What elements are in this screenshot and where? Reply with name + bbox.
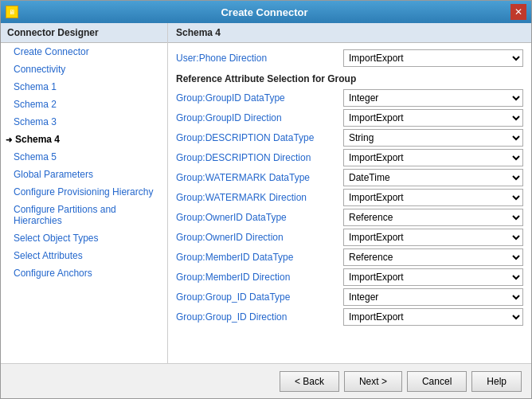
sidebar-item-configure-provisioning[interactable]: Configure Provisioning Hierarchy: [1, 183, 167, 201]
attr-select-11[interactable]: ImportExport: [343, 308, 523, 326]
sidebar-item-schema-4[interactable]: ➜ Schema 4: [1, 131, 167, 148]
attr-select-6[interactable]: Reference: [343, 209, 523, 226]
sidebar-item-global-parameters[interactable]: Global Parameters: [1, 166, 167, 183]
attr-select-8[interactable]: Reference: [343, 248, 523, 266]
top-attribute-row: User:Phone Direction ImportExport: [176, 49, 523, 67]
attr-label-0: Group:GroupID DataType: [176, 92, 343, 104]
attr-label-9: Group:MemberID Direction: [176, 272, 343, 283]
attr-row-8: Group:MemberID DataType Reference: [176, 248, 523, 266]
sidebar: Connector Designer Create Connector Conn…: [1, 23, 168, 363]
content-header: Schema 4: [168, 23, 531, 43]
window-title: Create Connector: [18, 6, 510, 18]
help-button[interactable]: Help: [471, 371, 522, 392]
attr-select-3[interactable]: ImportExport: [343, 149, 523, 166]
attr-label-7: Group:OwnerID Direction: [176, 232, 343, 243]
next-button[interactable]: Next >: [344, 371, 402, 392]
sidebar-item-schema-3[interactable]: Schema 3: [1, 113, 167, 131]
attr-label-5: Group:WATERMARK Direction: [176, 192, 343, 203]
attr-label-8: Group:MemberID DataType: [176, 252, 343, 263]
attr-select-5[interactable]: ImportExport: [343, 189, 523, 206]
sidebar-item-schema-5[interactable]: Schema 5: [1, 148, 167, 166]
sidebar-item-connectivity[interactable]: Connectivity: [1, 61, 167, 78]
content-body: User:Phone Direction ImportExport Refere…: [168, 43, 531, 363]
attr-label-1: Group:GroupID Direction: [176, 112, 343, 123]
sidebar-item-configure-anchors[interactable]: Configure Anchors: [1, 264, 167, 282]
main-window: 🖥 Create Connector ✕ Connector Designer …: [0, 0, 532, 399]
attr-select-10[interactable]: Integer: [343, 288, 523, 306]
sidebar-item-schema-2[interactable]: Schema 2: [1, 96, 167, 113]
attr-row-1: Group:GroupID Direction ImportExport: [176, 109, 523, 127]
attr-select-1[interactable]: ImportExport: [343, 109, 523, 127]
attr-row-3: Group:DESCRIPTION Direction ImportExport: [176, 149, 523, 166]
attr-label-2: Group:DESCRIPTION DataType: [176, 132, 343, 143]
attr-row-4: Group:WATERMARK DataType DateTime: [176, 169, 523, 186]
back-button[interactable]: < Back: [280, 371, 339, 392]
attr-select-9[interactable]: ImportExport: [343, 268, 523, 286]
attr-row-5: Group:WATERMARK Direction ImportExport: [176, 189, 523, 206]
attr-select-7[interactable]: ImportExport: [343, 229, 523, 246]
top-attribute-label: User:Phone Direction: [176, 53, 343, 64]
footer: < Back Next > Cancel Help: [1, 363, 531, 398]
attr-row-7: Group:OwnerID Direction ImportExport: [176, 229, 523, 246]
attr-label-10: Group:Group_ID DataType: [176, 291, 343, 303]
attr-row-9: Group:MemberID Direction ImportExport: [176, 268, 523, 286]
attr-select-4[interactable]: DateTime: [343, 169, 523, 186]
cancel-button[interactable]: Cancel: [407, 371, 467, 392]
sidebar-header: Connector Designer: [1, 23, 167, 43]
window-icon: 🖥: [6, 6, 18, 18]
attr-label-6: Group:OwnerID DataType: [176, 212, 343, 223]
attr-select-0[interactable]: Integer: [343, 89, 523, 107]
sidebar-item-schema-1[interactable]: Schema 1: [1, 78, 167, 96]
sidebar-item-select-object-types[interactable]: Select Object Types: [1, 229, 167, 247]
content-area: Schema 4 User:Phone Direction ImportExpo…: [168, 23, 531, 363]
attr-row-0: Group:GroupID DataType Integer: [176, 89, 523, 107]
attr-select-2[interactable]: String: [343, 129, 523, 147]
active-arrow-icon: ➜: [6, 135, 12, 144]
top-attribute-select[interactable]: ImportExport: [343, 49, 523, 67]
sidebar-item-configure-partitions[interactable]: Configure Partitions and Hierarchies: [1, 201, 167, 229]
title-bar: 🖥 Create Connector ✕: [1, 1, 531, 23]
sidebar-item-select-attributes[interactable]: Select Attributes: [1, 247, 167, 264]
attr-label-11: Group:Group_ID Direction: [176, 311, 343, 323]
attr-row-6: Group:OwnerID DataType Reference: [176, 209, 523, 226]
attr-label-4: Group:WATERMARK DataType: [176, 172, 343, 183]
close-button[interactable]: ✕: [510, 4, 526, 20]
sidebar-item-create-connector[interactable]: Create Connector: [1, 43, 167, 61]
attr-row-10: Group:Group_ID DataType Integer: [176, 288, 523, 306]
reference-section-title: Reference Attribute Selection for Group: [176, 73, 523, 84]
attr-label-3: Group:DESCRIPTION Direction: [176, 152, 343, 163]
attr-row-2: Group:DESCRIPTION DataType String: [176, 129, 523, 147]
attr-row-11: Group:Group_ID Direction ImportExport: [176, 308, 523, 326]
main-content: Connector Designer Create Connector Conn…: [1, 23, 531, 363]
